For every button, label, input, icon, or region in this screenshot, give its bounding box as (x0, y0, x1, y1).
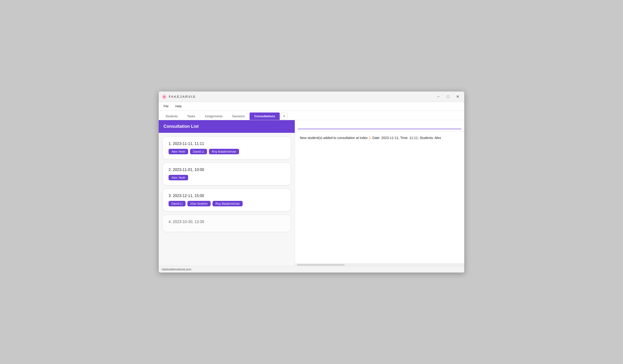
tag-roy-3: Roy Balakrishnan (213, 201, 243, 206)
tag-alex-yeoh-1: Alex Yeoh (169, 149, 188, 154)
app-title: F.A.K.E.J.A.R.V.I.S. (169, 95, 435, 98)
card-title-3: 3. 2023-12-11, 15:00 (169, 194, 285, 198)
tag-irfan-3: Irfan Ibrahim (187, 201, 211, 206)
scrollbar-area[interactable] (295, 263, 464, 266)
card-title-2: 2. 2023-11-01, 10:00 (169, 168, 285, 172)
tab-sessions[interactable]: Sessions (227, 113, 250, 120)
card-title-1: 1. 2023-11-11, 11:11 (169, 142, 285, 146)
command-input-area (295, 120, 464, 131)
tab-consultations[interactable]: Consultations (250, 113, 280, 120)
output-middle: : Date: 2023-11-11; Time: 11:11; Student… (371, 136, 441, 140)
output-index: 1 (369, 136, 371, 140)
right-panel: New student(s) added to consultation at … (295, 120, 464, 266)
command-input[interactable] (298, 122, 461, 129)
card-tags-3: David Li Irfan Ibrahim Roy Balakrishnan (169, 201, 285, 206)
output-area: New student(s) added to consultation at … (295, 131, 464, 263)
tab-tasks[interactable]: Tasks (182, 113, 200, 120)
left-panel: Consultation List 1. 2023-11-11, 11:11 A… (159, 120, 295, 266)
tabbar: Students Tasks Assignments Sessions Cons… (159, 111, 464, 120)
statusbar: \data\addressbook.json (159, 266, 464, 273)
consultation-card-1[interactable]: 1. 2023-11-11, 11:11 Alex Yeoh David Li … (163, 137, 291, 159)
menubar: File Help (159, 102, 464, 111)
tag-david-li-1: David Li (190, 149, 207, 154)
minimize-button[interactable]: − (435, 93, 442, 100)
scrollbar-thumb[interactable] (297, 264, 345, 266)
output-text: New student(s) added to consultation at … (300, 135, 460, 141)
consultation-card-4[interactable]: 4. 2023-10-30, 13:30 (163, 215, 291, 232)
tag-david-li-3: David Li (169, 201, 185, 206)
consultation-list: 1. 2023-11-11, 11:11 Alex Yeoh David Li … (159, 133, 295, 266)
card-tags-1: Alex Yeoh David Li Roy Balakrishnan (169, 149, 285, 154)
tab-dropdown-button[interactable]: ▼ (281, 113, 287, 120)
titlebar: 🌸 F.A.K.E.J.A.R.V.I.S. − □ ✕ (159, 91, 464, 102)
tag-alex-yeoh-2: Alex Yeoh (169, 175, 188, 180)
main-content: Consultation List 1. 2023-11-11, 11:11 A… (159, 120, 464, 266)
app-window: 🌸 F.A.K.E.J.A.R.V.I.S. − □ ✕ File Help S… (158, 91, 465, 273)
tag-roy-1: Roy Balakrishnan (209, 149, 239, 154)
menu-help[interactable]: Help (172, 103, 185, 109)
tab-assignments[interactable]: Assignments (200, 113, 227, 120)
card-tags-2: Alex Yeoh (169, 175, 285, 180)
consultation-card-3[interactable]: 3. 2023-12-11, 15:00 David Li Irfan Ibra… (163, 189, 291, 211)
panel-header: Consultation List (159, 120, 295, 133)
status-text: \data\addressbook.json (162, 268, 191, 271)
app-logo: 🌸 (162, 94, 167, 99)
consultation-card-2[interactable]: 2. 2023-11-01, 10:00 Alex Yeoh (163, 163, 291, 185)
maximize-button[interactable]: □ (444, 93, 452, 100)
menu-file[interactable]: File (161, 103, 171, 109)
close-button[interactable]: ✕ (454, 93, 461, 100)
chevron-down-icon: ▼ (283, 115, 285, 118)
window-controls: − □ ✕ (435, 93, 461, 100)
card-title-4: 4. 2023-10-30, 13:30 (169, 220, 285, 224)
output-prefix: New student(s) added to consultation at … (300, 136, 369, 140)
tab-students[interactable]: Students (161, 113, 182, 120)
